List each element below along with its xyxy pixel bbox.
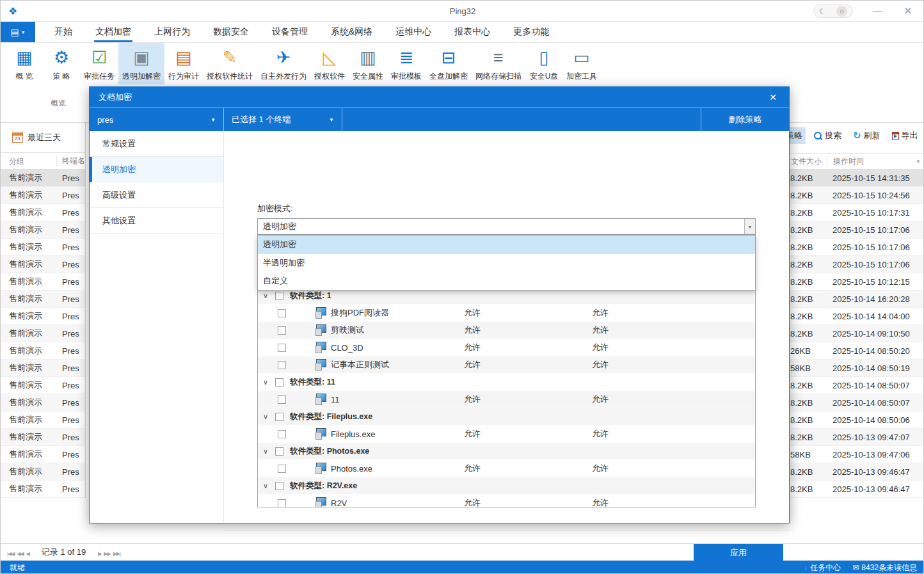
terminal-select[interactable]: 已选择 1 个终端 ▼ <box>224 108 342 131</box>
delete-policy-button[interactable]: 删除策略 <box>701 108 789 131</box>
column-header-time[interactable]: 操作时间 <box>827 156 916 166</box>
record-row[interactable]: 26KB2025-10-14 08:50:20 <box>783 342 924 360</box>
chevron-down-icon[interactable]: ∨ <box>263 378 275 387</box>
record-row[interactable]: 8.2KB2025-10-15 10:24:56 <box>783 187 924 204</box>
item-checkbox[interactable] <box>278 309 286 317</box>
terminal-row[interactable]: 售前演示Pres <box>1 411 85 429</box>
terminal-row[interactable]: 售前演示Pres <box>1 342 85 360</box>
menu-tab[interactable]: 开始 <box>43 22 84 42</box>
group-checkbox[interactable] <box>275 413 283 421</box>
group-checkbox[interactable] <box>275 292 283 300</box>
terminal-row[interactable]: 售前演示Pres <box>1 446 85 463</box>
chevron-down-icon[interactable]: ∨ <box>263 413 275 421</box>
menu-tab[interactable]: 报表中心 <box>443 22 502 42</box>
group-checkbox[interactable] <box>275 447 283 456</box>
terminal-row[interactable]: 售前演示Pres <box>1 463 85 481</box>
combobox-caret-button[interactable]: ▼ <box>744 219 755 234</box>
ribbon-item[interactable]: 安全U盘 <box>525 43 562 84</box>
item-checkbox[interactable] <box>278 344 286 352</box>
ribbon-item[interactable]: 授权软件统计 <box>203 43 257 84</box>
terminal-row[interactable]: 售前演示Pres <box>1 221 85 239</box>
terminal-row[interactable]: 售前演示Pres <box>1 481 85 498</box>
policy-select[interactable]: pres ▼ <box>90 108 224 131</box>
toolbar-button-search[interactable]: 搜索 <box>811 127 845 144</box>
ribbon-item[interactable]: 安全属性 <box>349 43 387 84</box>
group-checkbox[interactable] <box>275 378 283 387</box>
menu-tab[interactable]: 更多功能 <box>502 22 561 42</box>
record-row[interactable]: 8.2KB2025-10-15 10:17:31 <box>783 204 924 221</box>
dialog-sidebar-item[interactable]: 常规设置 <box>90 131 223 157</box>
terminal-row[interactable]: 售前演示Pres <box>1 239 85 256</box>
software-item-row[interactable]: 搜狗PDF阅读器允许允许 <box>258 305 755 322</box>
column-header-group[interactable]: 分组 <box>1 156 57 166</box>
encryption-mode-combobox[interactable]: 透明加密 ▼ <box>257 218 756 235</box>
record-row[interactable]: 8.2KB2025-10-15 10:17:06 <box>783 239 924 256</box>
menu-tab[interactable]: 上网行为 <box>143 22 202 42</box>
terminal-row[interactable]: 售前演示Pres <box>1 429 85 446</box>
record-row[interactable]: 8.2KB2025-10-14 08:50:07 <box>783 377 924 394</box>
ribbon-item[interactable]: 自主外发行为 <box>257 43 310 84</box>
dialog-sidebar-item[interactable]: 其他设置 <box>90 208 223 234</box>
software-item-row[interactable]: 记事本正则测试允许允许 <box>258 356 755 374</box>
moon-icon[interactable]: ☾ <box>819 7 826 16</box>
dropdown-option[interactable]: 透明加密 <box>258 235 755 254</box>
record-row[interactable]: 8.2KB2025-10-15 10:17:06 <box>783 256 924 273</box>
item-checkbox[interactable] <box>278 499 286 507</box>
group-checkbox[interactable] <box>275 482 283 490</box>
record-row[interactable]: 58KB2025-10-13 09:47:06 <box>783 446 924 463</box>
software-group-row[interactable]: ∨软件类型: Fileplus.exe <box>258 408 755 426</box>
chevron-down-icon[interactable]: ∨ <box>263 482 275 490</box>
record-row[interactable]: 8.2KB2025-10-13 09:46:47 <box>783 481 924 498</box>
chevron-down-icon[interactable]: ∨ <box>263 447 275 456</box>
last-page-icon[interactable]: ▶▶| <box>112 551 122 557</box>
menu-tab[interactable]: 数据安全 <box>202 22 260 42</box>
record-row[interactable]: 58KB2025-10-14 08:50:19 <box>783 360 924 377</box>
ribbon-item[interactable]: 加密工具 <box>562 43 601 84</box>
ribbon-item[interactable]: 网络存储扫描 <box>472 43 525 84</box>
menu-tab[interactable]: 系统&网络 <box>319 22 384 42</box>
record-row[interactable]: 8.2KB2025-10-15 14:31:35 <box>783 170 924 187</box>
terminal-row[interactable]: 售前演示Pres <box>1 204 85 221</box>
record-row[interactable]: 8.2KB2025-10-14 08:50:07 <box>783 394 924 411</box>
ribbon-item[interactable]: 授权软件 <box>310 43 349 84</box>
terminal-row[interactable]: 售前演示Pres <box>1 394 85 411</box>
ribbon-item[interactable]: 策 略 <box>43 43 80 84</box>
dialog-sidebar-item[interactable]: 高级设置 <box>90 182 223 208</box>
record-row[interactable]: 8.2KB2025-10-14 16:20:28 <box>783 291 924 308</box>
terminal-row[interactable]: 售前演示Pres <box>1 187 85 204</box>
dropdown-option[interactable]: 自定义 <box>258 272 755 291</box>
item-checkbox[interactable] <box>278 326 286 335</box>
ribbon-item[interactable]: 行为审计 <box>164 43 203 84</box>
ribbon-item[interactable]: 审批模板 <box>387 43 426 84</box>
fast-next-icon[interactable]: ▶▶ <box>102 551 111 557</box>
item-checkbox[interactable] <box>278 361 286 369</box>
terminal-row[interactable]: 售前演示Pres <box>1 377 85 394</box>
menu-tab[interactable]: 文档加密 <box>84 22 143 42</box>
software-item-row[interactable]: Photos.exe允许允许 <box>258 460 755 477</box>
dropdown-option[interactable]: 半透明加密 <box>258 254 755 273</box>
prev-page-icon[interactable]: ◀ <box>25 551 31 557</box>
software-item-row[interactable]: 剪映测试允许允许 <box>258 322 755 339</box>
terminal-row[interactable]: 售前演示Pres <box>1 170 85 187</box>
unread-messages-button[interactable]: ✉8432条未读信息 <box>852 562 917 573</box>
column-header-terminal[interactable]: 终端名 <box>57 155 85 166</box>
software-group-row[interactable]: ∨软件类型: Photos.exe <box>258 443 755 460</box>
item-checkbox[interactable] <box>278 430 286 438</box>
ribbon-item[interactable]: 概 览 <box>6 43 43 84</box>
terminal-row[interactable]: 售前演示Pres <box>1 256 85 273</box>
app-menu-button[interactable]: ▤ ▼ <box>1 22 35 42</box>
record-row[interactable]: 8.2KB2025-10-13 09:46:47 <box>783 463 924 481</box>
software-item-row[interactable]: R2V允许允许 <box>258 495 755 507</box>
ribbon-item[interactable]: 全盘加解密 <box>426 43 472 84</box>
item-checkbox[interactable] <box>278 465 286 473</box>
date-filter-button[interactable]: 23 最近三天 <box>1 123 85 153</box>
software-item-row[interactable]: Fileplus.exe允许允许 <box>258 426 755 443</box>
menu-tab[interactable]: 设备管理 <box>260 22 319 42</box>
minimize-button[interactable]: — <box>868 3 886 19</box>
software-item-row[interactable]: 11允许允许 <box>258 391 755 408</box>
software-group-row[interactable]: ∨软件类型: R2V.exe <box>258 477 755 495</box>
task-center-button[interactable]: ↓任务中心 <box>804 562 841 573</box>
terminal-row[interactable]: 售前演示Pres <box>1 360 85 377</box>
record-row[interactable]: 8.2KB2025-10-13 09:47:07 <box>783 429 924 446</box>
record-row[interactable]: 8.2KB2025-10-14 08:50:06 <box>783 411 924 429</box>
